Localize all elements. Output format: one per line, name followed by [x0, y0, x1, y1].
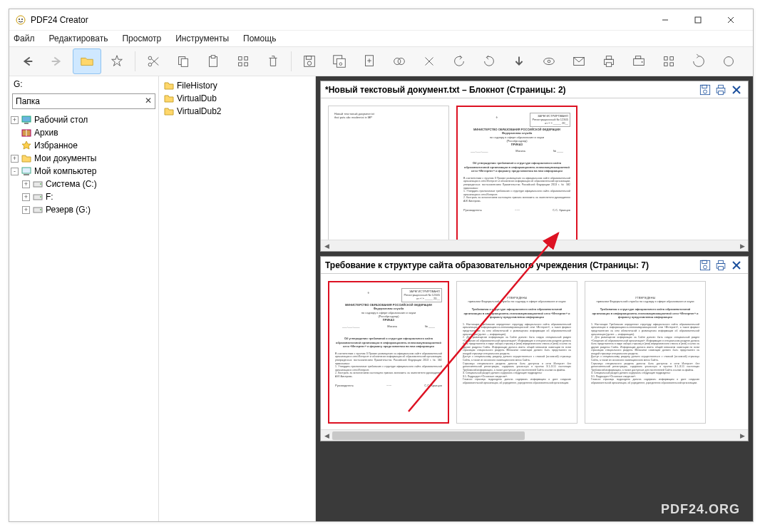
favorite-icon[interactable] — [103, 48, 131, 74]
merge-icon[interactable] — [385, 48, 414, 74]
print-icon[interactable] — [595, 48, 623, 74]
svg-point-34 — [642, 61, 643, 63]
tree-label: Система (C:) — [46, 179, 97, 189]
file-list-item[interactable]: FileHistory — [163, 79, 311, 92]
svg-point-24 — [394, 58, 401, 64]
folder-dropdown[interactable]: Папка ✕ — [12, 93, 155, 109]
tree-item[interactable]: +Мои документы — [11, 152, 157, 165]
disk-icon — [32, 178, 43, 190]
tree-expander[interactable]: + — [22, 206, 30, 214]
more-icon[interactable] — [714, 48, 743, 74]
doc-close-icon[interactable] — [729, 258, 744, 272]
menu-инструменты[interactable]: Инструменты — [175, 34, 229, 44]
scroll-right-icon[interactable]: ▶ — [736, 430, 748, 441]
page-thumbnail[interactable]: ЗАРЕГИСТРИРОВАНОРегистрационный № 12345о… — [456, 106, 577, 240]
tree-item[interactable]: -Мой компьютер — [11, 165, 157, 178]
delete-icon[interactable] — [259, 48, 287, 74]
tree-expander[interactable]: + — [22, 180, 30, 188]
rotate-icon[interactable] — [684, 48, 713, 74]
tree-item[interactable]: +Система (C:) — [11, 178, 157, 190]
document-body: Новый текстовый документ.txtthat puts ab… — [321, 98, 748, 240]
tree-expander[interactable]: + — [11, 155, 19, 163]
tree-expander[interactable]: + — [22, 193, 30, 201]
paste-icon[interactable] — [199, 48, 227, 74]
rotate-right-icon[interactable] — [475, 48, 503, 74]
fax-icon[interactable] — [625, 48, 653, 74]
doc-save-icon[interactable] — [698, 83, 712, 97]
tool1-icon[interactable] — [415, 48, 443, 74]
svg-rect-10 — [181, 58, 188, 66]
clear-icon[interactable]: ✕ — [145, 96, 152, 106]
grid-icon[interactable] — [229, 48, 257, 74]
tree-label: Мой компьютер — [34, 166, 96, 176]
menu-файл[interactable]: Файл — [14, 34, 35, 44]
save-icon[interactable] — [295, 48, 324, 74]
new-doc-icon[interactable] — [355, 48, 384, 74]
page-thumbnail[interactable]: Новый текстовый документ.txtthat puts ab… — [328, 106, 449, 240]
svg-rect-57 — [719, 91, 724, 94]
tree-item[interactable]: Архив — [11, 126, 157, 139]
tree-label: Избранное — [34, 140, 78, 150]
email-icon[interactable] — [565, 48, 593, 74]
computer-icon — [21, 165, 32, 177]
scroll-left-icon[interactable]: ◀ — [321, 430, 332, 441]
window-title: PDF24 Creator — [31, 15, 649, 25]
tree-item[interactable]: Избранное — [11, 139, 157, 152]
disk-icon — [32, 191, 43, 203]
save-all-icon[interactable] — [325, 48, 354, 74]
tree-item[interactable]: +Резерв (G:) — [11, 203, 157, 216]
arrow-down-icon[interactable] — [505, 48, 533, 74]
svg-point-49 — [40, 196, 41, 198]
back-icon[interactable] — [13, 48, 41, 74]
file-list-item[interactable]: VirtualDub2 — [163, 105, 311, 118]
scroll-thumb[interactable] — [332, 431, 525, 440]
rotate-left-icon[interactable] — [445, 48, 473, 74]
svg-point-1 — [19, 19, 20, 20]
tree-expander[interactable]: + — [11, 116, 19, 124]
document-header: Требование к структуре сайта образовател… — [321, 257, 748, 274]
page-thumbnail[interactable]: УТВЕРЖДЕНЫприказом Федеральной службы по… — [585, 281, 706, 424]
svg-rect-44 — [22, 168, 31, 173]
folder-tree: +Рабочий столАрхивИзбранное+Мои документ… — [9, 111, 158, 219]
doc-save-icon[interactable] — [698, 258, 712, 272]
doc-print-icon[interactable] — [714, 258, 728, 272]
file-list-item[interactable]: VirtualDub — [163, 92, 311, 105]
close-button[interactable] — [714, 9, 747, 31]
tree-item[interactable]: +Рабочий стол — [11, 113, 157, 126]
scroll-left-icon[interactable]: ◀ — [321, 240, 332, 252]
svg-rect-4 — [695, 17, 701, 23]
svg-point-47 — [40, 183, 41, 185]
svg-rect-40 — [22, 116, 31, 122]
horizontal-scrollbar[interactable]: ◀▶ — [321, 429, 748, 441]
disk-icon — [32, 204, 43, 215]
forward-icon[interactable] — [43, 48, 71, 74]
cut-icon[interactable] — [139, 48, 168, 74]
page-thumbnail[interactable]: УТВЕРЖДЕНЫприказом Федеральной службы по… — [456, 281, 577, 424]
grid2-icon[interactable] — [654, 48, 683, 74]
svg-rect-36 — [670, 57, 674, 61]
menu-редактировать[interactable]: Редактировать — [49, 34, 108, 44]
copy-icon[interactable] — [169, 48, 197, 74]
svg-point-2 — [21, 19, 23, 20]
svg-rect-45 — [24, 174, 29, 175]
doc-print-icon[interactable] — [714, 83, 728, 97]
preview-icon[interactable] — [535, 48, 563, 74]
scroll-right-icon[interactable]: ▶ — [736, 240, 748, 252]
favorites-icon — [21, 140, 32, 151]
minimize-button[interactable] — [649, 9, 682, 31]
open-folder-icon[interactable] — [73, 48, 101, 74]
menu-просмотр[interactable]: Просмотр — [122, 34, 161, 44]
folder-icon — [163, 80, 175, 91]
page-thumbnail[interactable]: ЗАРЕГИСТРИРОВАНОРегистрационный № 12345о… — [328, 281, 449, 424]
window-controls — [649, 9, 747, 31]
horizontal-scrollbar[interactable]: ◀▶ — [321, 240, 748, 251]
docs-icon — [21, 153, 32, 164]
tree-expander[interactable]: - — [11, 168, 19, 175]
file-list-pane: FileHistoryVirtualDubVirtualDub2 — [159, 76, 316, 521]
doc-close-icon[interactable] — [729, 83, 744, 97]
svg-rect-18 — [306, 56, 311, 60]
document-body: ЗАРЕГИСТРИРОВАНОРегистрационный № 12345о… — [321, 274, 748, 429]
tree-item[interactable]: +F: — [11, 190, 157, 203]
maximize-button[interactable] — [682, 9, 714, 31]
menu-помощь[interactable]: Помощь — [243, 34, 276, 44]
